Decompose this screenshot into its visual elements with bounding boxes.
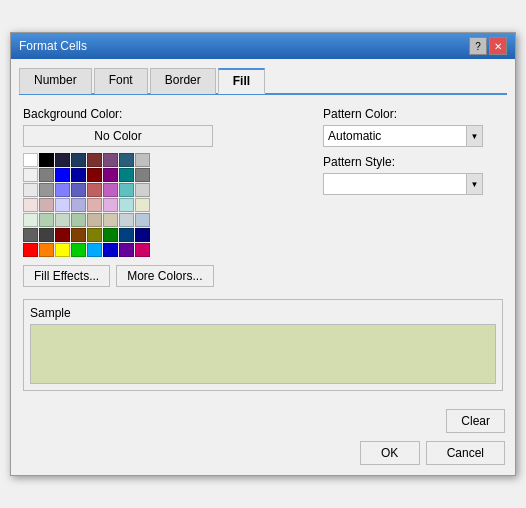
color-r2c5[interactable] [87,168,102,182]
color-accent-yellow[interactable] [55,243,70,257]
color-r3c1[interactable] [23,183,38,197]
color-r4c8[interactable] [135,198,150,212]
color-row-accent [23,243,307,257]
color-row-2 [23,168,307,182]
fill-action-buttons: Fill Effects... More Colors... [23,265,307,287]
color-r2c3[interactable] [55,168,70,182]
tab-font[interactable]: Font [94,68,148,94]
color-r5c4[interactable] [71,213,86,227]
color-row-4 [23,198,307,212]
pattern-color-dropdown[interactable]: Automatic ▼ [323,125,483,147]
pattern-color-arrow: ▼ [466,126,482,146]
color-r5c2[interactable] [39,213,54,227]
color-r6c3[interactable] [55,228,70,242]
color-r2c1[interactable] [23,168,38,182]
color-r2c2[interactable] [39,168,54,182]
color-r1c8[interactable] [135,153,150,167]
help-button[interactable]: ? [469,37,487,55]
color-accent-pink[interactable] [135,243,150,257]
color-r4c3[interactable] [55,198,70,212]
color-r6c2[interactable] [39,228,54,242]
sample-section: Sample [23,299,503,391]
color-r1c7[interactable] [119,153,134,167]
color-accent-purple[interactable] [119,243,134,257]
pattern-style-label: Pattern Style: [323,155,503,169]
color-row-5 [23,213,307,227]
format-cells-dialog: Format Cells ? ✕ Number Font Border Fill… [10,32,516,476]
clear-button[interactable]: Clear [446,409,505,433]
title-controls: ? ✕ [469,37,507,55]
color-accent-red[interactable] [23,243,38,257]
color-r1c6[interactable] [103,153,118,167]
right-column: Pattern Color: Automatic ▼ Pattern Style… [323,107,503,287]
left-column: Background Color: No Color [23,107,307,287]
color-r4c6[interactable] [103,198,118,212]
pattern-color-label: Pattern Color: [323,107,503,121]
sample-label: Sample [30,306,496,320]
color-r3c3[interactable] [55,183,70,197]
color-r1c4[interactable] [71,153,86,167]
close-button[interactable]: ✕ [489,37,507,55]
dialog-title: Format Cells [19,39,87,53]
color-accent-cyan[interactable] [87,243,102,257]
color-r6c6[interactable] [103,228,118,242]
color-black[interactable] [39,153,54,167]
color-r6c1[interactable] [23,228,38,242]
color-r3c7[interactable] [119,183,134,197]
color-white[interactable] [23,153,38,167]
color-r4c7[interactable] [119,198,134,212]
color-r5c6[interactable] [103,213,118,227]
color-accent-blue[interactable] [103,243,118,257]
color-accent-green[interactable] [71,243,86,257]
bg-color-label: Background Color: [23,107,307,121]
color-r5c8[interactable] [135,213,150,227]
fill-content: Background Color: No Color [19,103,507,395]
color-r5c5[interactable] [87,213,102,227]
color-r5c3[interactable] [55,213,70,227]
color-r2c8[interactable] [135,168,150,182]
dialog-body: Number Font Border Fill Background Color… [11,59,515,403]
color-r4c4[interactable] [71,198,86,212]
color-r3c4[interactable] [71,183,86,197]
color-r2c7[interactable] [119,168,134,182]
color-r1c3[interactable] [55,153,70,167]
color-r6c8[interactable] [135,228,150,242]
color-accent-orange[interactable] [39,243,54,257]
color-r5c1[interactable] [23,213,38,227]
color-r6c5[interactable] [87,228,102,242]
no-color-button[interactable]: No Color [23,125,213,147]
ok-button[interactable]: OK [360,441,420,465]
more-colors-button[interactable]: More Colors... [116,265,213,287]
pattern-style-dropdown[interactable]: ▼ [323,173,483,195]
color-r6c7[interactable] [119,228,134,242]
color-palette [23,153,307,257]
color-r2c4[interactable] [71,168,86,182]
title-bar: Format Cells ? ✕ [11,33,515,59]
color-r2c6[interactable] [103,168,118,182]
tab-fill[interactable]: Fill [218,68,265,94]
tab-bar: Number Font Border Fill [19,67,507,95]
color-row-3 [23,183,307,197]
tab-number[interactable]: Number [19,68,92,94]
color-r3c5[interactable] [87,183,102,197]
color-r4c2[interactable] [39,198,54,212]
color-r3c8[interactable] [135,183,150,197]
color-row-6 [23,228,307,242]
tab-border[interactable]: Border [150,68,216,94]
color-r1c5[interactable] [87,153,102,167]
color-r4c5[interactable] [87,198,102,212]
color-r4c1[interactable] [23,198,38,212]
color-r6c4[interactable] [71,228,86,242]
cancel-button[interactable]: Cancel [426,441,505,465]
color-row-1 [23,153,307,167]
sample-preview [30,324,496,384]
color-r5c7[interactable] [119,213,134,227]
two-column-layout: Background Color: No Color [23,107,503,287]
color-r3c6[interactable] [103,183,118,197]
fill-effects-button[interactable]: Fill Effects... [23,265,110,287]
pattern-style-arrow: ▼ [466,174,482,194]
color-r3c2[interactable] [39,183,54,197]
pattern-color-value: Automatic [328,129,381,143]
